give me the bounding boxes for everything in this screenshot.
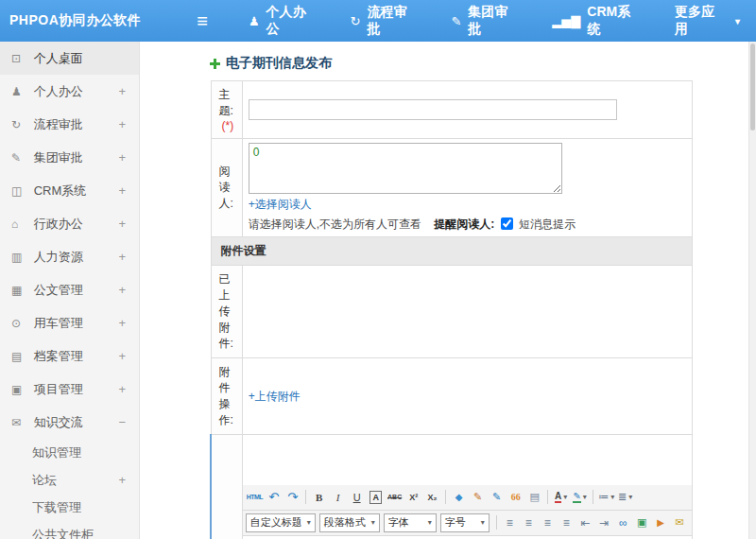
scrollbar-thumb[interactable] — [750, 43, 755, 130]
select-readers-link[interactable]: +选择阅读人 — [249, 198, 312, 211]
paragraph-format-value: 段落格式 — [324, 515, 366, 530]
undo-icon[interactable]: ↶ — [265, 488, 283, 507]
sidebar-item-archive-mgmt[interactable]: ▤ 档案管理 + — [0, 339, 139, 373]
sidebar-subitem-label: 知识管理 — [32, 445, 81, 460]
font-icon[interactable]: A — [367, 488, 385, 507]
redo-icon[interactable]: ↷ — [284, 488, 301, 507]
image-icon[interactable]: ▣ — [633, 513, 651, 532]
expand-icon[interactable]: + — [118, 207, 126, 240]
media-icon[interactable]: ▶ — [652, 513, 670, 532]
nav-item-workflow-approval[interactable]: ↻ 流程审批 — [335, 0, 436, 42]
sidebar-item-group-approval[interactable]: ✎ 集团审批 + — [0, 141, 139, 174]
sidebar-item-label: 项目管理 — [34, 382, 83, 396]
nav-label: 集团审批 — [468, 4, 520, 38]
expand-icon[interactable]: + — [118, 75, 126, 108]
readers-textarea[interactable]: 0 — [249, 143, 562, 194]
sidebar-item-vehicle-mgmt[interactable]: ⊙ 用车管理 + — [0, 306, 139, 339]
editor-content-area[interactable] — [243, 536, 692, 539]
project-icon: ▣ — [11, 374, 30, 407]
pencil-icon[interactable]: ✎ — [488, 488, 506, 507]
add-icon — [210, 59, 220, 69]
sidebar-item-personal-desktop[interactable]: ⊡ 个人桌面 — [0, 42, 139, 75]
chevron-down-icon: ▾ — [371, 518, 375, 527]
nav-item-group-approval[interactable]: ✎ 集团审批 — [435, 0, 536, 42]
format-brush-icon[interactable]: ✎ — [469, 488, 487, 507]
upload-attachment-link[interactable]: +上传附件 — [249, 390, 301, 403]
expand-icon[interactable]: + — [118, 141, 126, 174]
readers-field-cell: 0 +选择阅读人 请选择阅读人,不选为所有人可查看 提醒阅读人: 短消息提示 — [242, 139, 692, 237]
vertical-scrollbar[interactable] — [748, 42, 756, 539]
attachment-icon[interactable]: ✉ — [671, 513, 689, 532]
ops-field-cell: +上传附件 — [242, 358, 692, 435]
expand-icon[interactable]: + — [118, 273, 126, 306]
strikethrough-icon[interactable]: ABC — [386, 488, 404, 507]
expand-icon[interactable]: + — [118, 174, 126, 207]
page-icon[interactable]: ▤ — [525, 488, 543, 507]
nav-item-crm[interactable]: ▂▅▇ CRM系统 — [536, 0, 659, 42]
sidebar-subitem-forum[interactable]: 论坛 + — [0, 466, 139, 494]
expand-icon[interactable]: + — [118, 108, 126, 141]
sidebar-subitem-download-mgmt[interactable]: 下载管理 — [0, 494, 139, 521]
underline-icon[interactable]: U — [348, 488, 366, 507]
expand-icon[interactable]: + — [118, 306, 126, 339]
expand-icon[interactable]: + — [118, 466, 126, 494]
blockquote-icon[interactable]: 66 — [507, 488, 524, 507]
remind-readers-label: 提醒阅读人: — [434, 217, 494, 231]
align-right-icon[interactable]: ≡ — [539, 513, 557, 532]
hamburger-menu-icon[interactable]: ≡ — [185, 10, 219, 32]
chevron-down-icon: ▾ — [583, 493, 587, 501]
indent-icon[interactable]: ⇥ — [595, 513, 613, 532]
nav-item-more-apps[interactable]: 更多应用 ▾ — [659, 0, 756, 42]
italic-icon[interactable]: I — [329, 488, 347, 507]
sidebar-subitem-public-file-cabinet[interactable]: 公共文件柜 — [0, 521, 139, 539]
sidebar-item-personal-office[interactable]: ♟ 个人办公 + — [0, 75, 139, 108]
expand-icon[interactable]: + — [118, 240, 126, 273]
bold-icon[interactable]: B — [310, 488, 328, 507]
chevron-down-icon: ▾ — [481, 518, 485, 527]
paragraph-format-select[interactable]: 段落格式 ▾ — [319, 513, 380, 532]
archive-icon: ▤ — [11, 340, 30, 374]
sidebar-item-crm[interactable]: ◫ CRM系统 + — [0, 174, 139, 207]
source-icon[interactable]: HTML — [246, 488, 264, 507]
car-icon: ⊙ — [11, 307, 30, 340]
sidebar-item-hr[interactable]: ▥ 人力资源 + — [0, 240, 139, 273]
expand-icon[interactable]: + — [118, 339, 126, 373]
outdent-icon[interactable]: ⇤ — [576, 513, 594, 532]
highlight-icon[interactable]: ✎ ▾ — [571, 488, 589, 507]
sidebar-item-document-mgmt[interactable]: ▦ 公文管理 + — [0, 273, 139, 306]
sidebar-item-project-mgmt[interactable]: ▣ 项目管理 + — [0, 373, 139, 406]
remove-format-icon[interactable]: ◆ — [450, 488, 468, 507]
collapse-icon[interactable]: − — [118, 406, 126, 439]
sidebar-item-knowledge-exchange[interactable]: ✉ 知识交流 − — [0, 406, 139, 439]
readers-hint-text: 请选择阅读人,不选为所有人可查看 — [249, 217, 421, 231]
heading-style-select[interactable]: 自定义标题 ▾ — [246, 513, 316, 532]
expand-icon[interactable]: + — [118, 373, 126, 406]
sidebar-item-label: 个人办公 — [34, 84, 83, 98]
uploaded-attachments-label: 已上传附件: — [219, 272, 233, 350]
sidebar-item-admin-office[interactable]: ⌂ 行政办公 + — [0, 207, 139, 240]
chevron-down-icon: ▾ — [610, 493, 614, 501]
ordered-list-icon[interactable]: ≔ ▾ — [597, 488, 615, 507]
superscript-icon[interactable]: X² — [404, 488, 422, 507]
nav-item-personal-office[interactable]: ♟ 个人办公 — [232, 0, 335, 42]
subject-row: 主题:(*) — [211, 81, 692, 139]
sidebar-item-workflow-approval[interactable]: ↻ 流程审批 + — [0, 108, 139, 141]
sms-remind-checkbox[interactable] — [501, 217, 513, 230]
link-icon[interactable]: ∞ — [614, 513, 632, 532]
font-size-select[interactable]: 字号 ▾ — [440, 513, 490, 532]
subject-input[interactable] — [249, 99, 617, 120]
subject-field-cell — [242, 81, 692, 139]
align-justify-icon[interactable]: ≡ — [558, 513, 576, 532]
align-left-icon[interactable]: ≡ — [501, 513, 519, 532]
sidebar-subitem-knowledge-mgmt[interactable]: 知识管理 — [0, 439, 139, 466]
publish-form: 主题:(*) 阅读人: 0 +选择阅读人 请选择阅读人,不选为所有人可查 — [210, 80, 693, 539]
font-color-icon[interactable]: A ▾ — [552, 488, 570, 507]
chevron-down-icon: ▾ — [628, 493, 632, 501]
ops-label-cell: 附件操作: — [211, 358, 242, 435]
font-family-select[interactable]: 字体 ▾ — [384, 513, 437, 532]
nav-label: 更多应用 — [675, 4, 727, 38]
chevron-down-icon: ▾ — [428, 518, 432, 527]
unordered-list-icon[interactable]: ≣ ▾ — [616, 488, 634, 507]
subscript-icon[interactable]: X₂ — [423, 488, 441, 507]
align-center-icon[interactable]: ≡ — [520, 513, 538, 532]
